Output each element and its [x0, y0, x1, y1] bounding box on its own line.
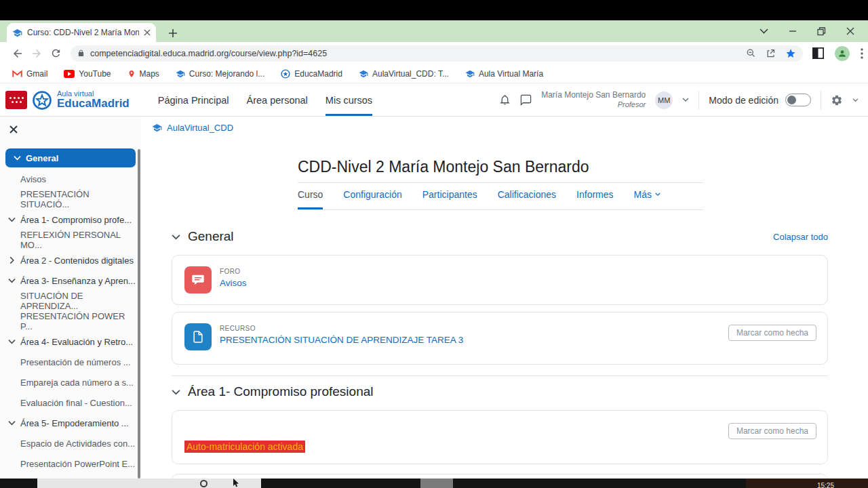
settings-chevron-icon[interactable]	[852, 98, 859, 102]
bookmark-educamadrid[interactable]: EducaMadrid	[281, 69, 342, 79]
breadcrumb[interactable]: AulaVirtual_CDD	[152, 123, 233, 133]
sidebar-item-label: SITUACIÓN DE APRENDIZA...	[20, 291, 136, 311]
new-tab-button[interactable]	[168, 28, 178, 38]
url-text: competenciadigital.educa.madrid.org/cour…	[90, 49, 741, 58]
sidebar-item-espacio-actividades[interactable]: Espacio de Actividades con...	[0, 433, 136, 453]
notifications-bell-icon[interactable]	[499, 94, 511, 106]
tab-configuracion[interactable]: Configuración	[343, 189, 401, 209]
nav-area-personal[interactable]: Área personal	[247, 84, 308, 116]
tab-mas[interactable]: Más	[634, 189, 660, 209]
tab-curso[interactable]: Curso	[298, 189, 323, 209]
sidebar-item-presentacion-numeros[interactable]: Presentación de números ...	[0, 352, 136, 372]
sidebar-section-general[interactable]: General	[5, 148, 136, 167]
browser-tab[interactable]: Curso: CDD-Nivel 2 María Monte	[7, 23, 156, 42]
sidebar-section-area4[interactable]: Área 4- Evaluación y Retro...	[0, 331, 136, 352]
sidebar-item-label: PRESENTACIÓN POWER P...	[20, 311, 136, 331]
bookmark-aulavirtual-cdd[interactable]: AulaVirtual_CDD: T...	[359, 69, 449, 79]
bookmark-label: Maps	[140, 69, 159, 79]
educamadrid-circle-icon	[281, 69, 290, 79]
document-icon[interactable]	[184, 323, 212, 350]
madrid-flag-icon	[5, 91, 27, 109]
bookmark-curso-mejorando[interactable]: Curso: Mejorando l...	[176, 69, 264, 79]
tab-participantes[interactable]: Participantes	[422, 189, 477, 209]
sidebar-item-label: General	[26, 153, 58, 163]
window-restore-icon[interactable]	[817, 27, 826, 36]
sidebar-item-label: Área 5- Empoderamiento ...	[20, 418, 129, 428]
zoom-out-icon[interactable]	[746, 48, 756, 58]
user-role: Profesor	[541, 100, 646, 109]
video-scrub-handle[interactable]	[420, 479, 453, 488]
letterbox-top	[0, 0, 868, 20]
activity-type-badge: RECURSO	[220, 325, 463, 332]
sidebar-item-presentacion-power[interactable]: PRESENTACIÓN POWER P...	[0, 311, 136, 331]
browser-menu-icon[interactable]	[861, 48, 863, 59]
user-avatar[interactable]: MM	[655, 92, 673, 109]
browser-toolbar: competenciadigital.educa.madrid.org/cour…	[0, 42, 868, 64]
sidebar-section-area3[interactable]: Área 3- Enseñanza y Apren...	[0, 270, 136, 291]
sidebar-item-label: PRESENTACIÓN SITUACIÓ...	[20, 189, 136, 209]
sidebar-item-empareja-numero[interactable]: Empareja cada número a s...	[0, 372, 136, 392]
sidebar-section-area2[interactable]: Área 2 - Contenidos digitales	[0, 250, 136, 270]
forward-icon[interactable]	[27, 44, 46, 63]
share-icon[interactable]	[766, 48, 776, 58]
sidebar-section-area1[interactable]: Área 1- Compromiso profe...	[0, 209, 136, 230]
section-area1-header[interactable]: Área 1- Compromiso profesional	[172, 384, 374, 399]
sidebar-item-reflexion-personal[interactable]: REFLEXIÓN PERSONAL MO...	[0, 230, 136, 250]
graduation-cap-icon	[359, 69, 368, 79]
bookmark-label: Curso: Mejorando l...	[189, 69, 264, 79]
side-panel-icon[interactable]	[812, 47, 824, 59]
section-title-label: General	[188, 229, 234, 244]
sidebar-item-situacion-aprendizaje[interactable]: SITUACIÓN DE APRENDIZA...	[0, 291, 136, 311]
edit-mode-label: Modo de edición	[709, 95, 778, 106]
educamadrid-logo[interactable]: Aula virtual EducaMadrid	[0, 90, 130, 110]
section-general-header[interactable]: General	[172, 229, 234, 244]
player-circle-icon	[200, 480, 208, 487]
user-menu-chevron-icon[interactable]	[682, 98, 689, 102]
window-minimize-icon[interactable]	[789, 27, 797, 35]
tab-close-icon[interactable]	[144, 29, 151, 36]
sidebar-item-presentacion-situacion[interactable]: PRESENTACIÓN SITUACIÓ...	[0, 189, 136, 209]
bookmark-gmail[interactable]: Gmail	[12, 69, 47, 79]
tab-informes[interactable]: Informes	[576, 189, 613, 209]
edit-mode-toggle[interactable]	[785, 94, 811, 106]
bookmark-label: AulaVirtual_CDD: T...	[372, 69, 449, 79]
collapse-all-link[interactable]: Colapsar todo	[773, 232, 828, 242]
sidebar-item-avisos[interactable]: Avisos	[0, 169, 136, 189]
sidebar-section-area5[interactable]: Área 5- Empoderamiento ...	[0, 413, 136, 433]
window-close-icon[interactable]	[846, 27, 854, 35]
messages-chat-icon[interactable]	[520, 94, 532, 106]
mark-done-button[interactable]: Marcar como hecha	[728, 325, 816, 341]
window-chevron-icon[interactable]	[760, 28, 768, 34]
address-bar[interactable]: competenciadigital.educa.madrid.org/cour…	[71, 45, 803, 62]
graduation-cap-icon	[176, 69, 185, 79]
sidebar-item-label: Presentación PowerPoint E...	[20, 459, 135, 469]
brand-educamadrid: EducaMadrid	[57, 98, 130, 110]
nav-pagina-principal[interactable]: Página Principal	[158, 84, 229, 116]
back-icon[interactable]	[8, 44, 27, 63]
refresh-icon[interactable]	[46, 44, 65, 63]
sidebar-item-presentacion-powerpoint[interactable]: Presentación PowerPoint E...	[0, 453, 136, 474]
forum-icon[interactable]	[184, 266, 212, 293]
browser-profile-icon[interactable]	[835, 46, 850, 61]
tab-calificaciones[interactable]: Calificaciones	[498, 189, 556, 209]
activity-link-presentacion[interactable]: PRESENTACIÓN SITUACIÓN DE APRENDIZAJE TA…	[220, 335, 463, 345]
bookmark-label: EducaMadrid	[294, 69, 342, 79]
course-index-drawer: General Avisos PRESENTACIÓN SITUACIÓ... …	[0, 117, 141, 479]
sidebar-item-label: Área 3- Enseñanza y Apren...	[20, 276, 136, 286]
activity-link-avisos[interactable]: Avisos	[220, 278, 247, 288]
bookmark-star-icon[interactable]	[785, 48, 796, 59]
video-progress-bar[interactable]: 15:25	[0, 479, 868, 488]
nav-mis-cursos[interactable]: Mis cursos	[326, 84, 372, 116]
sidebar-item-evaluacion-final[interactable]: Evaluación final - Cuestion...	[0, 392, 136, 413]
gmail-icon	[12, 70, 22, 78]
settings-gear-icon[interactable]	[831, 94, 843, 106]
drawer-scrollbar[interactable]	[138, 149, 140, 479]
bookmark-youtube[interactable]: YouTube	[64, 69, 111, 79]
highlighted-label: Auto-matriculación activada	[184, 441, 305, 453]
drawer-close-icon[interactable]	[9, 125, 18, 134]
moodle-navbar: Aula virtual EducaMadrid Página Principa…	[0, 84, 868, 117]
youtube-icon	[64, 70, 75, 78]
bookmark-aula-virtual-maria[interactable]: Aula Virtual María	[465, 69, 543, 79]
bookmark-maps[interactable]: Maps	[127, 69, 159, 79]
mark-done-button[interactable]: Marcar como hecha	[728, 423, 816, 439]
